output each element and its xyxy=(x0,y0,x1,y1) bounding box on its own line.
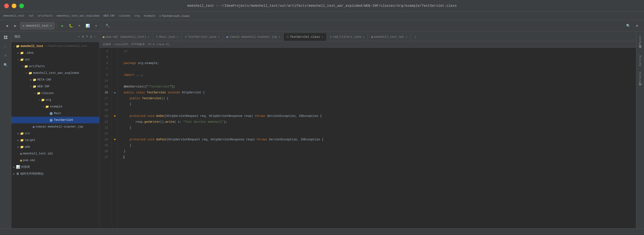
tree-item-out[interactable]: ▾ 📁 out xyxy=(11,56,99,63)
settings-button[interactable]: ⚙ xyxy=(634,22,641,30)
tree-item-example[interactable]: ▾ 📁 example xyxy=(11,103,99,110)
tree-item-classes[interactable]: ▾ 📁 classes xyxy=(11,90,99,96)
tree-item-external-libs[interactable]: ▶ 📊 外部库 xyxy=(11,164,99,170)
gutter-16[interactable]: ⬥ xyxy=(112,90,118,96)
tab-cmd-filters[interactable]: C cmd_Filters.java ✕ xyxy=(326,33,368,41)
code-line-5 xyxy=(121,54,633,60)
minimize-button[interactable] xyxy=(12,4,16,8)
tab-label-cmd-filters: cmd_Filters.java xyxy=(333,35,361,38)
run-button[interactable]: ▶ xyxy=(59,22,66,30)
breadcrumb-artifacts[interactable]: artifacts xyxy=(38,14,52,18)
locate-file-button[interactable]: ⊕ xyxy=(82,34,84,39)
tree-item-scanner-jsp[interactable]: ▶ ▣ tomcat-memshell-scanner.jsp xyxy=(11,124,99,130)
tree-item-artifacts[interactable]: ▾ 📁 artifacts xyxy=(11,63,99,70)
breadcrumb-war-exploded[interactable]: memshell_test_war_exploded xyxy=(57,14,99,18)
coverage-button[interactable]: ☂ xyxy=(76,22,83,30)
breadcrumb-memshell-test[interactable]: memshell_test xyxy=(3,14,24,18)
editor-tabs: ▣ pom.xml (memshell_test) ✕ C Main.java … xyxy=(100,32,636,41)
tree-item-pom[interactable]: ▶ ▣ pom.xml xyxy=(11,157,99,164)
tree-label-example: example xyxy=(50,105,62,108)
tab-close-testservlet-java[interactable]: ✕ xyxy=(218,36,220,38)
search-everywhere-button[interactable]: 🔍 xyxy=(625,22,632,30)
tab-pom-xml[interactable]: ▣ pom.xml (memshell_test) ✕ xyxy=(100,33,153,41)
sidebar-icon-strip: ✓ ≡ 🔍 xyxy=(0,32,11,228)
code-line-15: @WebServlet({"/TestServlet"}) xyxy=(121,84,633,90)
breadcrumb-webinf[interactable]: WEB-INF xyxy=(104,14,115,18)
profile-button[interactable]: 📊 xyxy=(84,22,91,30)
tab-iml[interactable]: ▣ memshell_test.iml ✕ xyxy=(368,33,411,41)
gutter-18 xyxy=(112,101,118,107)
project-view-button[interactable] xyxy=(2,33,10,42)
close-button[interactable] xyxy=(4,4,9,8)
svg-rect-3 xyxy=(6,38,7,39)
terminal-panel-tab[interactable]: 终端 xyxy=(637,86,643,90)
tree-item-metainf[interactable]: ▶ 📁 META-INF xyxy=(11,76,99,83)
tree-item-webinf[interactable]: ▾ 📁 WEB-INF xyxy=(11,83,99,90)
tab-testservlet-class[interactable]: C TestServlet.class ✕ xyxy=(284,33,326,41)
project-panel-title: 项目 xyxy=(14,34,76,38)
breadcrumb-example[interactable]: example xyxy=(144,14,155,18)
ln-7: 7 xyxy=(100,66,110,72)
breadcrumb-classes[interactable]: classes xyxy=(119,14,131,18)
gutter-20[interactable]: ● xyxy=(112,113,118,119)
tab-close-scanner[interactable]: ✕ xyxy=(278,36,280,38)
build-button[interactable]: 🔨 xyxy=(104,22,111,30)
tree-item-web[interactable]: ▶ 📁 web xyxy=(11,144,99,150)
tree-item-testservlet[interactable]: ▶ ⬤ TestServlet xyxy=(11,117,99,124)
toolbar-sep-2 xyxy=(102,23,102,28)
tab-close-main[interactable]: ✕ xyxy=(177,36,178,38)
tree-arrow-web: ▶ xyxy=(16,146,20,148)
tab-close-cmd-filters[interactable]: ✕ xyxy=(363,36,364,38)
tree-item-target[interactable]: ▶ 📁 target xyxy=(11,137,99,144)
back-button[interactable]: ◀ xyxy=(3,22,10,30)
ln-15: 15 xyxy=(100,84,110,90)
breadcrumb-class-file[interactable]: ⚙TestServlet.class xyxy=(160,14,190,18)
tree-item-src[interactable]: ▶ 📁 src xyxy=(11,130,99,137)
maximize-button[interactable] xyxy=(19,4,24,8)
svg-rect-2 xyxy=(4,38,6,39)
tree-item-iml[interactable]: ▶ ▣ memshell_test.iml xyxy=(11,150,99,157)
project-title-dropdown[interactable]: ▾ xyxy=(78,35,80,38)
tree-item-main[interactable]: ▶ ⬤ Main xyxy=(11,110,99,117)
debug-button[interactable]: 🐛 xyxy=(67,22,74,30)
gradle-panel-tab[interactable]: Gradle xyxy=(637,69,643,84)
tab-testservlet-java[interactable]: C TestServlet.java ✕ xyxy=(182,33,223,41)
structure-button[interactable]: ≡ xyxy=(2,52,10,60)
tab-close-iml[interactable]: ✕ xyxy=(406,36,407,38)
database-panel-tab[interactable]: 数据库 xyxy=(637,48,643,52)
commit-button[interactable]: ✓ xyxy=(2,42,10,51)
code-line-23 xyxy=(121,131,633,136)
breadcrumb-org[interactable]: org xyxy=(135,14,140,18)
find-button[interactable]: 🔍 xyxy=(2,61,10,69)
collapse-all-button[interactable]: ≡ xyxy=(86,34,88,39)
tree-item-root[interactable]: ▾ 📁 memshell_test ~/IdeaProjects/memshel… xyxy=(11,43,99,50)
tab-close-pom[interactable]: ✕ xyxy=(148,36,149,38)
ln-20: 20 xyxy=(100,113,110,119)
code-line-22: } xyxy=(121,125,633,131)
more-run-button[interactable]: ▾ xyxy=(92,22,100,30)
close-panel-button[interactable]: — xyxy=(94,34,96,39)
scanner-jsp-icon: ▣ xyxy=(33,125,34,128)
tree-item-war-exploded[interactable]: ▾ 📁 memshell_test_war_exploded xyxy=(11,70,99,76)
tab-scanner-jsp[interactable]: ▣ tomcat-memshell-scanner.jsp ✕ xyxy=(223,33,284,41)
code-content-area[interactable]: // package org.example ; import ... xyxy=(118,48,636,228)
tree-item-idea[interactable]: ▶ 📁 .idea xyxy=(11,50,99,56)
tab-overflow-button[interactable]: ⋮ xyxy=(412,34,419,41)
tree-label-org: org xyxy=(46,98,51,102)
tree-item-org[interactable]: ▾ 📁 org xyxy=(11,96,99,103)
tree-item-temp-files[interactable]: ▶ 🖥 临时文件和控制台 xyxy=(11,170,99,177)
tab-main-java[interactable]: C Main.java ✕ xyxy=(153,33,182,41)
settings-icon[interactable]: ⚙ xyxy=(90,34,92,39)
gutter-24[interactable]: ● xyxy=(112,136,118,142)
breadcrumb-out[interactable]: out xyxy=(29,14,34,18)
tab-close-testservlet-class[interactable]: ✕ xyxy=(322,36,323,38)
target-folder-icon: 📁 xyxy=(20,138,24,142)
forward-button[interactable]: ▶ xyxy=(12,22,19,30)
out-folder-icon: 📁 xyxy=(20,58,24,62)
tree-arrow-org: ▾ xyxy=(37,98,41,101)
maven-panel-tab[interactable]: Maven xyxy=(637,33,643,46)
run-config-dropdown-icon: ▾ xyxy=(50,24,52,28)
window-controls[interactable] xyxy=(4,4,24,8)
run-config-selector[interactable]: ▶ memshell_test ▾ xyxy=(20,22,54,30)
spring-panel-tab[interactable]: Spring xyxy=(637,53,643,68)
